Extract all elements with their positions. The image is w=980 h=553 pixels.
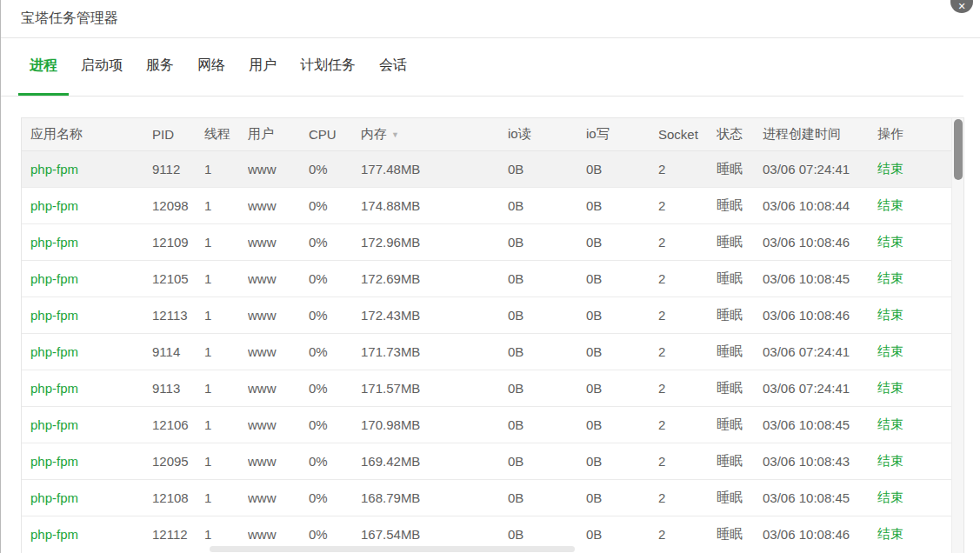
cell-app-name: php-fpm xyxy=(22,406,152,443)
cell-status: 睡眠 xyxy=(717,296,763,333)
cell-threads: 1 xyxy=(204,150,248,187)
column-header[interactable]: 操作 xyxy=(877,118,951,150)
cell-action: 结束 xyxy=(877,223,951,260)
column-header[interactable]: 内存▼ xyxy=(361,118,508,150)
kill-process-link[interactable]: 结束 xyxy=(877,343,903,358)
column-header[interactable]: 应用名称 xyxy=(22,118,152,150)
tab-item[interactable]: 会话 xyxy=(368,38,418,96)
cell-user: www xyxy=(248,370,309,406)
kill-process-link[interactable]: 结束 xyxy=(877,453,903,468)
kill-process-link[interactable]: 结束 xyxy=(877,490,903,504)
column-header[interactable]: Socket xyxy=(658,118,717,150)
cell-socket: 2 xyxy=(658,296,717,333)
column-header[interactable]: io读 xyxy=(508,118,586,150)
tab-label: 会话 xyxy=(379,57,407,75)
vertical-scrollbar-thumb[interactable] xyxy=(954,119,963,180)
tab-label: 启动项 xyxy=(81,57,123,75)
cell-action: 结束 xyxy=(877,370,951,406)
cell-pid: 9112 xyxy=(152,150,204,187)
cell-threads: 1 xyxy=(204,370,248,406)
process-row[interactable]: php-fpm 12098 1 www 0% 174.88MB 0B 0B 2 … xyxy=(22,187,951,223)
kill-process-link[interactable]: 结束 xyxy=(877,380,903,395)
column-header[interactable]: 线程 xyxy=(204,118,248,150)
cell-threads: 1 xyxy=(204,223,248,260)
column-header[interactable]: 进程创建时间 xyxy=(763,118,877,150)
cell-status: 睡眠 xyxy=(717,479,763,516)
cell-socket: 2 xyxy=(658,370,717,406)
cell-pid: 12108 xyxy=(152,479,204,516)
cell-status: 睡眠 xyxy=(717,260,763,296)
process-row[interactable]: php-fpm 12095 1 www 0% 169.42MB 0B 0B 2 … xyxy=(22,443,951,479)
tab-item[interactable]: 服务 xyxy=(135,38,185,96)
cell-io-write: 0B xyxy=(586,370,658,406)
column-header[interactable]: 用户 xyxy=(248,118,309,150)
cell-status: 睡眠 xyxy=(717,370,763,406)
window-title: 宝塔任务管理器 xyxy=(21,10,118,28)
titlebar: 宝塔任务管理器 xyxy=(1,0,980,38)
kill-process-link[interactable]: 结束 xyxy=(877,234,903,249)
kill-process-link[interactable]: 结束 xyxy=(877,526,903,541)
process-row[interactable]: php-fpm 12105 1 www 0% 172.69MB 0B 0B 2 … xyxy=(22,260,951,296)
process-row[interactable]: php-fpm 12113 1 www 0% 172.43MB 0B 0B 2 … xyxy=(22,296,951,333)
cell-status: 睡眠 xyxy=(717,187,763,223)
cell-created-time: 03/06 10:08:45 xyxy=(763,260,877,296)
cell-memory: 172.96MB xyxy=(361,223,508,260)
cell-status: 睡眠 xyxy=(717,406,763,443)
cell-pid: 12095 xyxy=(152,443,204,479)
cell-pid: 12098 xyxy=(152,187,204,223)
cell-created-time: 03/06 07:24:41 xyxy=(763,150,877,187)
kill-process-link[interactable]: 结束 xyxy=(877,416,903,431)
cell-action: 结束 xyxy=(877,479,951,516)
cell-io-write: 0B xyxy=(586,260,658,296)
kill-process-link[interactable]: 结束 xyxy=(877,307,903,322)
cell-pid: 9113 xyxy=(152,370,204,406)
tab-item[interactable]: 进程 xyxy=(18,38,69,96)
process-row[interactable]: php-fpm 12108 1 www 0% 168.79MB 0B 0B 2 … xyxy=(22,479,951,516)
cell-io-read: 0B xyxy=(508,150,586,187)
process-row[interactable]: php-fpm 9113 1 www 0% 171.57MB 0B 0B 2 睡… xyxy=(22,370,951,406)
cell-socket: 2 xyxy=(658,443,717,479)
cell-cpu: 0% xyxy=(309,479,361,516)
cell-pid: 12112 xyxy=(152,516,204,552)
process-row[interactable]: php-fpm 9112 1 www 0% 177.48MB 0B 0B 2 睡… xyxy=(22,150,951,187)
kill-process-link[interactable]: 结束 xyxy=(877,270,903,285)
cell-io-read: 0B xyxy=(508,443,586,479)
tab-item[interactable]: 用户 xyxy=(237,38,288,96)
cell-threads: 1 xyxy=(204,260,248,296)
column-header[interactable]: PID xyxy=(152,118,204,150)
cell-memory: 172.69MB xyxy=(361,260,508,296)
task-manager-window: 宝塔任务管理器 ✕ 进程 启动项 服务 网络 用户 计 xyxy=(1,0,980,553)
kill-process-link[interactable]: 结束 xyxy=(877,197,903,212)
kill-process-link[interactable]: 结束 xyxy=(877,161,903,176)
cell-io-read: 0B xyxy=(508,187,586,223)
tab-item[interactable]: 启动项 xyxy=(70,38,134,96)
column-header-label: Socket xyxy=(658,127,698,142)
cell-user: www xyxy=(248,187,309,223)
cell-user: www xyxy=(248,443,309,479)
cell-cpu: 0% xyxy=(309,333,361,370)
cell-action: 结束 xyxy=(877,150,951,187)
cell-io-write: 0B xyxy=(586,479,658,516)
cell-cpu: 0% xyxy=(309,370,361,406)
cell-socket: 2 xyxy=(658,333,717,370)
process-row[interactable]: php-fpm 12106 1 www 0% 170.98MB 0B 0B 2 … xyxy=(22,406,951,443)
column-header-label: 应用名称 xyxy=(30,126,83,141)
process-row[interactable]: php-fpm 9114 1 www 0% 171.73MB 0B 0B 2 睡… xyxy=(22,333,951,370)
cell-io-read: 0B xyxy=(508,223,586,260)
tab-label: 用户 xyxy=(249,57,277,75)
vertical-scrollbar[interactable] xyxy=(951,118,963,553)
column-header[interactable]: CPU xyxy=(309,118,361,150)
process-row[interactable]: php-fpm 12109 1 www 0% 172.96MB 0B 0B 2 … xyxy=(22,223,951,260)
column-header[interactable]: io写 xyxy=(586,118,658,150)
tab-item[interactable]: 网络 xyxy=(186,38,237,96)
cell-io-write: 0B xyxy=(586,187,658,223)
column-header-label: PID xyxy=(152,127,174,142)
column-header[interactable]: 状态 xyxy=(717,118,763,150)
tab-item[interactable]: 计划任务 xyxy=(289,38,367,96)
cell-app-name: php-fpm xyxy=(22,150,152,187)
table-header-row: 应用名称 PID 线程 用户 xyxy=(22,118,951,150)
process-table-scroll-region: 应用名称 PID 线程 用户 xyxy=(22,118,951,553)
cell-created-time: 03/06 10:08:44 xyxy=(763,187,877,223)
horizontal-scrollbar-thumb[interactable] xyxy=(210,546,575,552)
cell-io-write: 0B xyxy=(586,333,658,370)
